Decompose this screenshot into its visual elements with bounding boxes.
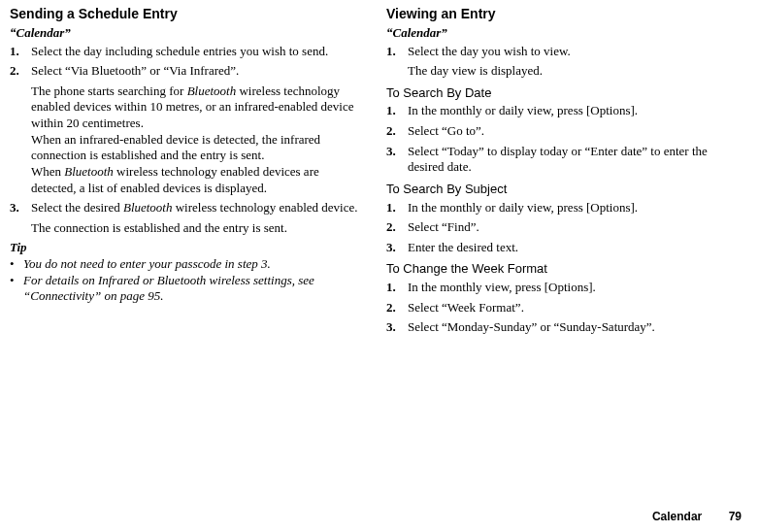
step-text: Select “Find”. bbox=[408, 219, 742, 236]
subsection-steps: 1.In the monthly view, press [Options]. … bbox=[386, 280, 742, 336]
bullet-icon: • bbox=[10, 256, 23, 273]
tip-text: For details on Infrared or Bluetooth wir… bbox=[23, 273, 365, 305]
list-item: 2.Select “Week Format”. bbox=[386, 300, 742, 316]
list-item: 1.In the monthly or daily view, press [O… bbox=[386, 103, 742, 119]
right-step-sub: The day view is displayed. bbox=[408, 63, 742, 80]
step-number: 3. bbox=[386, 240, 408, 256]
step-text: Enter the desired text. bbox=[408, 240, 742, 256]
step-text: In the monthly or daily view, press [Opt… bbox=[408, 200, 742, 216]
step-number: 2. bbox=[386, 300, 408, 316]
footer-page-number: 79 bbox=[729, 510, 742, 523]
step-text: Select the day including schedule entrie… bbox=[31, 44, 365, 60]
step-number: 2. bbox=[10, 63, 31, 80]
list-item: 3.Select “Today” to display today or “En… bbox=[386, 144, 742, 176]
subsection-heading: To Search By Subject bbox=[386, 182, 742, 198]
tip-list: • You do not need to enter your passcode… bbox=[10, 256, 365, 305]
step-text: Select the desired Bluetooth wireless te… bbox=[31, 200, 365, 216]
list-item: 1.In the monthly view, press [Options]. bbox=[386, 280, 742, 296]
step-number: 3. bbox=[10, 200, 31, 216]
step-number: 1. bbox=[10, 44, 31, 60]
step-text: Select “Week Format”. bbox=[408, 300, 742, 316]
subsection-steps: 1.In the monthly or daily view, press [O… bbox=[386, 103, 742, 176]
step-number: 2. bbox=[386, 123, 408, 140]
document-page: Sending a Schedule Entry “Calendar” 1. S… bbox=[0, 0, 759, 532]
left-step-sub: The phone starts searching for Bluetooth… bbox=[31, 83, 365, 196]
left-column: Sending a Schedule Entry “Calendar” 1. S… bbox=[10, 6, 365, 526]
step-number: 3. bbox=[386, 319, 408, 336]
right-step: 1. Select the day you wish to view. bbox=[386, 44, 742, 60]
subsection-steps: 1.In the monthly or daily view, press [O… bbox=[386, 200, 742, 256]
list-item: 2.Select “Go to”. bbox=[386, 123, 742, 140]
step-number: 1. bbox=[386, 280, 408, 296]
list-item: 2.Select “Find”. bbox=[386, 219, 742, 236]
left-step-sub: The connection is established and the en… bbox=[31, 220, 365, 237]
left-section-title: Sending a Schedule Entry bbox=[10, 6, 365, 23]
footer-section: Calendar bbox=[652, 510, 702, 523]
right-context: “Calendar” bbox=[386, 25, 742, 42]
subsection-heading: To Change the Week Format bbox=[386, 261, 742, 278]
page-footer: Calendar 79 bbox=[652, 510, 742, 524]
step-number: 3. bbox=[386, 144, 408, 176]
left-step: 3. Select the desired Bluetooth wireless… bbox=[10, 200, 365, 216]
step-text: Select the day you wish to view. bbox=[408, 44, 742, 60]
left-step-list: 1. Select the day including schedule ent… bbox=[10, 44, 365, 80]
list-item: 1.In the monthly or daily view, press [O… bbox=[386, 200, 742, 216]
step-text: Select “Via Bluetooth” or “Via Infrared”… bbox=[31, 63, 365, 80]
step-text: Select “Go to”. bbox=[408, 123, 742, 140]
right-main-steps: 1. Select the day you wish to view. bbox=[386, 44, 742, 60]
subsection-heading: To Search By Date bbox=[386, 85, 742, 102]
step-text: In the monthly or daily view, press [Opt… bbox=[408, 103, 742, 119]
step-number: 1. bbox=[386, 200, 408, 216]
left-step: 1. Select the day including schedule ent… bbox=[10, 44, 365, 60]
left-step-list-2: 3. Select the desired Bluetooth wireless… bbox=[10, 200, 365, 216]
list-item: 3.Select “Monday-Sunday” or “Sunday-Satu… bbox=[386, 319, 742, 336]
tip-item: • For details on Infrared or Bluetooth w… bbox=[10, 273, 365, 305]
left-context: “Calendar” bbox=[10, 25, 365, 42]
right-column: Viewing an Entry “Calendar” 1. Select th… bbox=[386, 6, 742, 526]
tip-item: • You do not need to enter your passcode… bbox=[10, 256, 365, 273]
bullet-icon: • bbox=[10, 273, 23, 305]
right-section-title: Viewing an Entry bbox=[386, 6, 742, 23]
list-item: 3.Enter the desired text. bbox=[386, 240, 742, 256]
step-number: 1. bbox=[386, 44, 408, 60]
step-text: In the monthly view, press [Options]. bbox=[408, 280, 742, 296]
left-step: 2. Select “Via Bluetooth” or “Via Infrar… bbox=[10, 63, 365, 80]
step-number: 2. bbox=[386, 219, 408, 236]
step-text: Select “Today” to display today or “Ente… bbox=[408, 144, 742, 176]
tip-label: Tip bbox=[10, 240, 365, 256]
tip-text: You do not need to enter your passcode i… bbox=[23, 256, 365, 273]
step-text: Select “Monday-Sunday” or “Sunday-Saturd… bbox=[408, 319, 742, 336]
step-number: 1. bbox=[386, 103, 408, 119]
